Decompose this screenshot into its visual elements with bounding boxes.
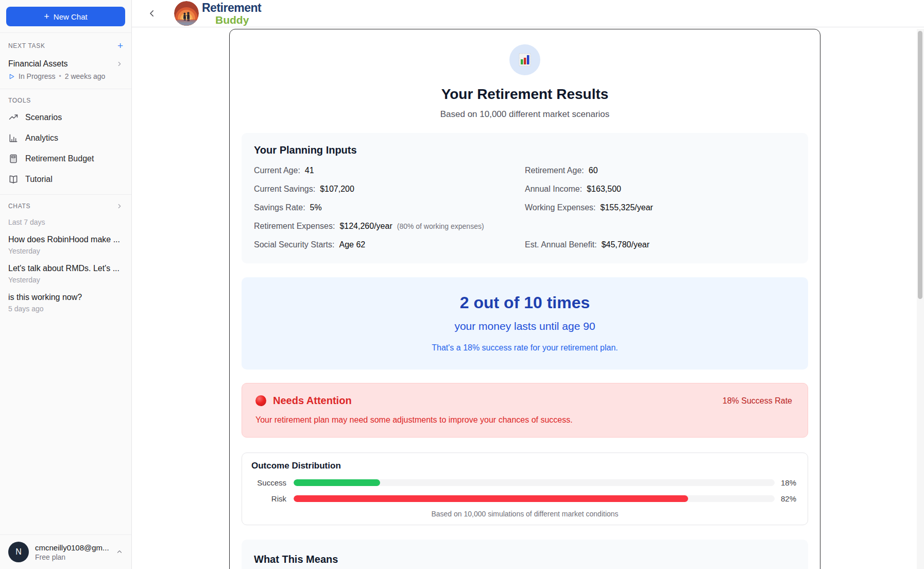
odds-subline: your money lasts until age 90 — [242, 320, 808, 332]
sidebar-top: + New Chat — [0, 0, 131, 33]
input-retirement-expenses: Retirement Expenses: $124,260/year (80% … — [254, 217, 525, 236]
risk-bar-row: Risk 82% — [251, 494, 798, 503]
sidebar-item-retirement-budget[interactable]: Retirement Budget — [8, 148, 123, 169]
task-title: Financial Assets — [8, 59, 68, 69]
chevron-up-icon — [116, 548, 123, 556]
add-task-icon[interactable]: + — [117, 41, 123, 51]
success-bar-value: 18% — [781, 478, 798, 487]
meaning-heading: What This Means — [254, 554, 796, 565]
chat-item[interactable]: How does RobinHood make ... Yesterday — [8, 235, 123, 255]
outcome-distribution-card: Outcome Distribution Success 18% Risk 82… — [242, 453, 808, 525]
alert-title: Needs Attention — [273, 395, 723, 407]
chart-emoji-badge — [509, 44, 540, 75]
input-current-savings: Current Savings: $107,200 — [254, 180, 525, 198]
sidebar-item-analytics[interactable]: Analytics — [8, 128, 123, 148]
user-email: cmcneilly0108@gm... — [35, 543, 109, 552]
chats-group-label: Last 7 days — [8, 218, 123, 226]
task-status-text: In Progress — [19, 72, 56, 80]
tool-label: Tutorial — [25, 175, 53, 184]
chevron-right-icon[interactable] — [116, 203, 123, 210]
needs-attention-alert: Needs Attention 18% Success Rate Your re… — [242, 383, 808, 438]
page-title: Your Retirement Results — [242, 86, 808, 103]
tool-label: Analytics — [25, 133, 58, 143]
new-chat-label: New Chat — [54, 12, 88, 21]
logo-sunset-image — [174, 1, 199, 26]
planning-inputs-card: Your Planning Inputs Current Age: 41 Cur… — [242, 133, 808, 263]
plus-icon: + — [44, 11, 49, 22]
wordmark-line1: Retirement — [202, 2, 261, 14]
odds-note: That's a 18% success rate for your retir… — [242, 343, 808, 353]
chat-item[interactable]: Let's talk about RMDs. Let's ... Yesterd… — [8, 264, 123, 284]
tools-heading: TOOLS — [8, 97, 31, 104]
avatar-initial: N — [15, 547, 22, 557]
input-est-annual-benefit: Est. Annual Benefit: $45,780/year — [525, 236, 796, 254]
sidebar: + New Chat NEXT TASK + Financial Assets … — [0, 0, 132, 569]
retirement-results-card: Your Retirement Results Based on 10,000 … — [229, 29, 820, 569]
bar-label-success: Success — [251, 478, 286, 487]
outcome-title: Outcome Distribution — [251, 461, 798, 471]
chat-title: is this working now? — [8, 293, 123, 302]
success-rate-badge: 18% Success Rate — [723, 396, 792, 406]
chats-section: CHATS Last 7 days How does RobinHood mak… — [0, 195, 131, 321]
chat-item[interactable]: is this working now? 5 days ago — [8, 293, 123, 313]
new-chat-button[interactable]: + New Chat — [6, 7, 125, 26]
outcome-caption: Based on 10,000 simulations of different… — [251, 510, 798, 518]
input-annual-income: Annual Income: $163,500 — [525, 180, 796, 198]
planning-inputs-heading: Your Planning Inputs — [254, 144, 796, 156]
success-bar-row: Success 18% — [251, 478, 798, 487]
alert-body: Your retirement plan may need some adjus… — [255, 415, 792, 425]
what-this-means-card: What This Means We ran 10,000 different … — [242, 540, 808, 569]
scrollbar-thumb[interactable] — [918, 31, 922, 299]
calculator-icon — [8, 154, 19, 164]
book-open-icon — [8, 174, 19, 185]
wordmark-line2: Buddy — [202, 14, 261, 25]
risk-bar-track — [294, 495, 775, 502]
chat-time: Yesterday — [8, 276, 123, 284]
tool-label: Retirement Budget — [25, 154, 94, 163]
tools-section: TOOLS Scenarios Analytics Retirement Bud… — [0, 89, 131, 195]
inputs-right-column: Retirement Age: 60 Annual Income: $163,5… — [525, 161, 796, 254]
input-retirement-age: Retirement Age: 60 — [525, 161, 796, 180]
chats-heading: CHATS — [8, 203, 30, 210]
tool-label: Scenarios — [25, 113, 62, 122]
top-bar: Retirement Buddy — [132, 0, 924, 27]
inputs-spacer — [525, 217, 796, 236]
task-time: 2 weeks ago — [65, 72, 106, 80]
sidebar-item-tutorial[interactable]: Tutorial — [8, 169, 123, 190]
success-bar-fill — [294, 479, 380, 486]
next-task-section: NEXT TASK + Financial Assets In Progress… — [0, 33, 131, 89]
chevron-right-icon[interactable] — [116, 60, 123, 68]
chat-title: Let's talk about RMDs. Let's ... — [8, 264, 123, 273]
user-plan: Free plan — [35, 553, 109, 561]
inputs-left-column: Current Age: 41 Current Savings: $107,20… — [254, 161, 525, 254]
success-bar-track — [294, 479, 775, 486]
input-social-security: Social Security Starts: Age 62 — [254, 236, 525, 254]
next-task-heading: NEXT TASK — [8, 42, 45, 49]
red-circle-icon — [255, 395, 266, 406]
chat-time: 5 days ago — [8, 305, 123, 313]
bar-label-risk: Risk — [251, 494, 286, 503]
trending-up-icon — [8, 112, 19, 123]
task-item-financial-assets[interactable]: Financial Assets In Progress • 2 weeks a… — [8, 59, 123, 80]
input-note: (80% of working expenses) — [397, 222, 484, 230]
risk-bar-fill — [294, 495, 688, 502]
bar-chart-emoji-icon — [517, 52, 533, 68]
page-subtitle: Based on 10,000 different market scenari… — [242, 109, 808, 120]
chat-time: Yesterday — [8, 247, 123, 255]
chat-title: How does RobinHood make ... — [8, 235, 123, 244]
sidebar-item-scenarios[interactable]: Scenarios — [8, 107, 123, 128]
back-button[interactable] — [143, 5, 161, 22]
avatar: N — [8, 542, 29, 562]
input-working-expenses: Working Expenses: $155,325/year — [525, 198, 796, 217]
bar-chart-icon — [8, 133, 19, 143]
input-savings-rate: Savings Rate: 5% — [254, 198, 525, 217]
user-account-menu[interactable]: N cmcneilly0108@gm... Free plan — [0, 534, 131, 569]
wordmark: Retirement Buddy — [202, 2, 261, 25]
play-icon — [8, 73, 15, 80]
success-odds-banner: 2 out of 10 times your money lasts until… — [242, 277, 808, 370]
odds-headline: 2 out of 10 times — [242, 293, 808, 312]
status-separator: • — [59, 73, 61, 80]
main-area: Retirement Buddy Your Retirement Results… — [132, 0, 924, 569]
app-logo: Retirement Buddy — [174, 1, 261, 26]
chevron-left-icon — [147, 9, 157, 18]
